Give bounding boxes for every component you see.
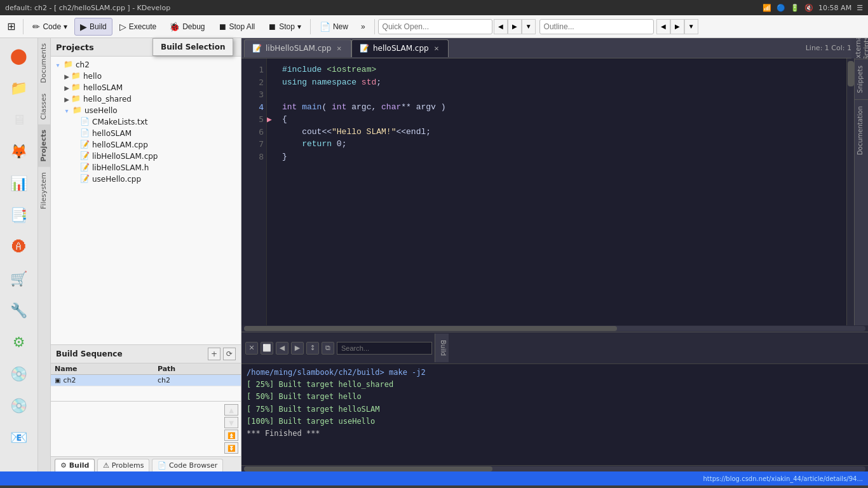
output-hscrollbar[interactable] <box>241 465 868 471</box>
tree-item-useHello-cpp[interactable]: 📝 useHello.cpp <box>51 173 241 185</box>
outline-nav-back[interactable]: ◀ <box>656 19 670 34</box>
mail-button[interactable]: 📧 <box>4 422 34 452</box>
file-icon-helloSLAM-exe: 📄 <box>80 128 90 139</box>
tree-item-helloSLAM[interactable]: ▶ 📁 helloSLAM <box>51 82 241 93</box>
tree-toggle-helloSLAM[interactable]: ▶ <box>62 85 71 92</box>
folder-icon-helloSLAM: 📁 <box>71 83 81 93</box>
tab-helloSLAM-cpp[interactable]: 📝 helloSLAM.cpp ✕ <box>351 39 449 57</box>
disk2-button[interactable]: 💿 <box>4 390 34 421</box>
outline-nav-forward[interactable]: ▶ <box>670 19 684 34</box>
debug-button[interactable]: 🐞 Debug <box>163 18 210 36</box>
tree-item-cmakelists[interactable]: 📄 CMakeLists.txt <box>51 116 241 128</box>
stop-all-label: Stop All <box>229 22 255 31</box>
stop-all-button[interactable]: ⏹ Stop All <box>212 18 261 36</box>
green-app-button[interactable]: ⚙ <box>4 327 34 357</box>
tab-close-hello[interactable]: ✕ <box>433 45 440 52</box>
ubuntu-logo-button[interactable]: ⬤ <box>4 41 34 71</box>
build-side-tab[interactable]: Build <box>435 334 449 362</box>
documents-tab[interactable]: Documents <box>38 38 50 88</box>
amazon-button[interactable]: 🛒 <box>4 263 34 294</box>
output-hscroll-track <box>244 466 865 471</box>
output-nav-next-button[interactable]: ▶ <box>291 342 304 355</box>
output-copy-button[interactable]: ⧉ <box>322 342 334 355</box>
tab-close-lib[interactable]: ✕ <box>336 45 343 52</box>
tree-label-helloSLAM: helloSLAM <box>83 83 123 92</box>
tools-button[interactable]: 🔧 <box>4 295 34 325</box>
nav-back-button[interactable]: ◀ <box>494 19 508 34</box>
output-search-input[interactable] <box>337 342 432 355</box>
outline-nav-down[interactable]: ▼ <box>684 19 698 34</box>
output-hscroll-thumb[interactable] <box>244 466 492 471</box>
terminal-button[interactable]: 🖥 <box>4 104 34 135</box>
nav-down-button[interactable]: ▼ <box>522 19 536 34</box>
output-close-button[interactable]: ✕ <box>245 342 258 355</box>
output-expand-button[interactable]: ⬜ <box>261 342 273 355</box>
add-build-button[interactable]: + <box>208 348 220 360</box>
code-editor[interactable]: #include <iostream> using namespace std;… <box>275 58 846 325</box>
filesystem-tab[interactable]: Filesystem <box>38 167 50 214</box>
firefox-button[interactable]: 🦊 <box>4 136 34 166</box>
file-icon-cmakelists: 📄 <box>80 117 90 127</box>
build-icon: ▶ <box>80 22 87 32</box>
code-menu-button[interactable]: ✏ Code ▾ <box>27 18 73 36</box>
move-bottom-button[interactable]: ⏬ <box>224 442 238 454</box>
problems-tab-label: Problems <box>112 461 144 470</box>
nav-forward-button[interactable]: ▶ <box>508 19 522 34</box>
tree-item-helloSLAM-exe[interactable]: 📄 helloSLAM <box>51 128 241 139</box>
code-dropdown-icon: ▾ <box>64 22 67 31</box>
tab-label-hello: helloSLAM.cpp <box>373 44 429 53</box>
table-row[interactable]: ▣ch2 ch2 <box>51 375 241 386</box>
projects-tab[interactable]: Projects <box>38 125 50 167</box>
tree-toggle-root[interactable]: ▾ <box>53 62 62 69</box>
editor-hscroll-thumb[interactable] <box>244 326 617 331</box>
output-nav-prev-button[interactable]: ◀ <box>276 342 288 355</box>
more-button[interactable]: » <box>355 18 371 36</box>
arrow-indicator-area: · · · · ▶ · · · <box>267 58 275 325</box>
row-collapse-icon[interactable]: ▣ <box>55 377 60 384</box>
tree-item-libHelloSLAM-h[interactable]: 📝 libHelloSLAM.h <box>51 162 241 173</box>
snippets-panel-tab[interactable]: Snippets <box>855 58 868 99</box>
tab-libHelloSLAM-cpp[interactable]: 📝 libHelloSLAM.cpp ✕ <box>244 39 351 57</box>
move-up-button[interactable]: ▲ <box>224 404 238 416</box>
code-browser-tab[interactable]: 📄 Code Browser <box>152 459 223 471</box>
scrollbar-thumb[interactable] <box>848 61 854 86</box>
problems-tab[interactable]: ⚠ Problems <box>97 459 149 471</box>
more-label: » <box>361 22 365 31</box>
editor-scrollbar[interactable] <box>846 58 854 325</box>
titlebar-menu-icon[interactable]: ☰ <box>857 4 863 12</box>
move-down-button[interactable]: ▼ <box>224 417 238 428</box>
build-button[interactable]: ▶ Build <box>74 18 112 36</box>
editor-hscrollbar[interactable] <box>241 325 868 332</box>
file-icon-helloSLAM-cpp: 📝 <box>80 140 90 150</box>
outline-nav-arrows: ◀ ▶ ▼ <box>656 19 698 34</box>
build-tab[interactable]: ⚙ Build <box>55 459 95 471</box>
software-button[interactable]: 🅐 <box>4 231 34 262</box>
refresh-build-button[interactable]: ⟳ <box>223 348 236 360</box>
presentation-button[interactable]: 📑 <box>4 200 34 230</box>
files-button[interactable]: 📁 <box>4 72 34 103</box>
tree-item-libHelloSLAM-cpp[interactable]: 📝 libHelloSLAM.cpp <box>51 151 241 162</box>
output-jump-button[interactable]: ↕ <box>306 342 319 355</box>
tree-item-useHello[interactable]: ▾ 📁 useHello <box>51 105 241 116</box>
toolbar-separator-1 <box>23 19 24 34</box>
disk-button[interactable]: 💿 <box>4 358 34 389</box>
tree-item-root[interactable]: ▾ 📁 ch2 <box>51 59 241 71</box>
outline-input[interactable] <box>539 19 654 34</box>
new-button[interactable]: 📄 New <box>314 18 354 36</box>
tree-toggle-hello[interactable]: ▶ <box>62 73 71 80</box>
tree-item-hello[interactable]: ▶ 📁 hello <box>51 71 241 82</box>
statusbar-right: https://blog.csdn.net/xiakin_44/article/… <box>703 475 863 482</box>
stop-button[interactable]: ⏹ Stop ▾ <box>262 18 307 36</box>
documentation-panel-tab[interactable]: Documentation <box>855 99 868 161</box>
tree-toggle-useHello[interactable]: ▾ <box>62 107 71 114</box>
tree-toggle-hello-shared[interactable]: ▶ <box>62 96 71 103</box>
quick-open-input[interactable] <box>378 19 492 34</box>
app-grid-icon[interactable]: ⊞ <box>3 18 20 36</box>
spreadsheet-button[interactable]: 📊 <box>4 168 34 198</box>
tree-item-helloSLAM-cpp[interactable]: 📝 helloSLAM.cpp <box>51 139 241 151</box>
classes-tab[interactable]: Classes <box>38 88 50 125</box>
folder-icon-root: 📁 <box>64 60 74 70</box>
execute-button[interactable]: ▷ Execute <box>114 18 162 36</box>
move-top-button[interactable]: ⏫ <box>224 430 238 441</box>
tree-item-hello-shared[interactable]: ▶ 📁 hello_shared <box>51 93 241 105</box>
